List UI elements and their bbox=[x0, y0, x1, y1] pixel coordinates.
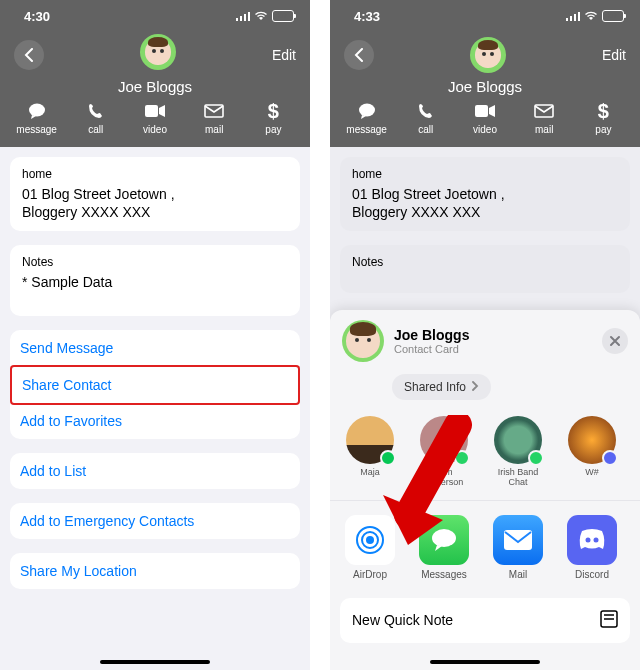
new-quick-note-item[interactable]: New Quick Note bbox=[340, 598, 630, 643]
mail-app[interactable]: Mail bbox=[490, 515, 546, 580]
address-line2: Bloggery XXXX XXX bbox=[22, 203, 288, 221]
message-action[interactable]: message bbox=[340, 101, 393, 135]
left-screenshot: 4:30 87 Edit Joe Bloggs bbox=[0, 0, 310, 670]
address-line1: 01 Blog Street Joetown , bbox=[352, 185, 618, 203]
wifi-icon bbox=[254, 9, 268, 24]
share-location-item[interactable]: Share My Location bbox=[10, 553, 300, 589]
status-time: 4:30 bbox=[24, 9, 50, 24]
actions-list-1: Send Message Share Contact Add to Favori… bbox=[10, 330, 300, 439]
suggested-contacts-row: Maja Tom Anderson Irish Band Chat W# bbox=[330, 400, 640, 501]
status-bar: 4:30 87 bbox=[0, 0, 310, 32]
quick-note-icon bbox=[600, 610, 618, 631]
message-action[interactable]: message bbox=[10, 101, 63, 135]
chevron-right-icon bbox=[472, 380, 479, 394]
close-sheet-button[interactable] bbox=[602, 328, 628, 354]
mail-icon bbox=[204, 101, 224, 121]
video-action[interactable]: video bbox=[128, 101, 181, 135]
address-line1: 01 Blog Street Joetown , bbox=[22, 185, 288, 203]
send-message-item[interactable]: Send Message bbox=[10, 330, 300, 367]
mail-action[interactable]: mail bbox=[518, 101, 571, 135]
notes-label: Notes bbox=[22, 255, 288, 269]
shared-info-button[interactable]: Shared Info bbox=[392, 374, 491, 400]
back-button[interactable] bbox=[344, 40, 374, 70]
svg-point-14 bbox=[366, 536, 374, 544]
home-address-card[interactable]: home 01 Blog Street Joetown , Bloggery X… bbox=[340, 157, 630, 231]
back-button[interactable] bbox=[14, 40, 44, 70]
address-line2: Bloggery XXXX XXX bbox=[352, 203, 618, 221]
discord-app[interactable]: Discord bbox=[564, 515, 620, 580]
sheet-subtitle: Contact Card bbox=[394, 343, 602, 355]
svg-point-17 bbox=[432, 529, 456, 547]
pay-action[interactable]: $pay bbox=[247, 101, 300, 135]
pay-action[interactable]: $pay bbox=[577, 101, 630, 135]
wifi-icon bbox=[584, 9, 598, 24]
notes-card[interactable]: Notes bbox=[340, 245, 630, 293]
suggested-contact[interactable]: Irish Band Chat bbox=[490, 416, 546, 488]
suggested-contact[interactable]: Maja bbox=[342, 416, 398, 488]
video-action[interactable]: video bbox=[458, 101, 511, 135]
home-indicator[interactable] bbox=[100, 660, 210, 664]
video-icon bbox=[474, 101, 496, 121]
svg-point-11 bbox=[359, 104, 375, 117]
phone-icon bbox=[417, 101, 435, 121]
svg-rect-10 bbox=[578, 12, 580, 21]
actions-list-4: Share My Location bbox=[10, 553, 300, 589]
home-address-card[interactable]: home 01 Blog Street Joetown , Bloggery X… bbox=[10, 157, 300, 231]
notes-text: * Sample Data bbox=[22, 273, 288, 291]
home-indicator[interactable] bbox=[430, 660, 540, 664]
messages-icon bbox=[419, 515, 469, 565]
address-label: home bbox=[22, 167, 288, 181]
sheet-avatar bbox=[342, 320, 384, 362]
battery-icon: 87 bbox=[602, 10, 624, 22]
contact-header-region: 4:30 87 Edit Joe Bloggs bbox=[0, 0, 310, 147]
message-icon bbox=[27, 101, 47, 121]
pane-divider bbox=[310, 0, 330, 670]
svg-rect-2 bbox=[244, 14, 246, 21]
share-contact-item[interactable]: Share Contact bbox=[10, 365, 300, 405]
svg-rect-9 bbox=[574, 14, 576, 21]
signal-icon bbox=[236, 9, 250, 24]
notes-card[interactable]: Notes * Sample Data bbox=[10, 245, 300, 315]
svg-rect-0 bbox=[236, 18, 238, 21]
edit-button[interactable]: Edit bbox=[602, 47, 626, 63]
mail-action[interactable]: mail bbox=[188, 101, 241, 135]
suggested-contact[interactable]: Tom Anderson bbox=[416, 416, 472, 488]
contact-avatar[interactable] bbox=[470, 37, 506, 73]
svg-point-19 bbox=[586, 537, 591, 542]
dollar-icon: $ bbox=[598, 101, 609, 121]
contact-name: Joe Bloggs bbox=[330, 78, 640, 95]
add-emergency-item[interactable]: Add to Emergency Contacts bbox=[10, 503, 300, 539]
svg-rect-18 bbox=[504, 530, 532, 550]
share-sheet: Joe Bloggs Contact Card Shared Info Maja… bbox=[330, 310, 640, 670]
svg-rect-8 bbox=[570, 16, 572, 21]
messages-app[interactable]: Messages bbox=[416, 515, 472, 580]
svg-point-4 bbox=[29, 104, 45, 117]
mail-icon bbox=[534, 101, 554, 121]
contact-name: Joe Bloggs bbox=[0, 78, 310, 95]
action-buttons-row: message call video mail $pay bbox=[0, 95, 310, 147]
add-favorites-item[interactable]: Add to Favorites bbox=[10, 403, 300, 439]
call-action[interactable]: call bbox=[69, 101, 122, 135]
action-buttons-row: message call video mail $pay bbox=[330, 95, 640, 147]
phone-icon bbox=[87, 101, 105, 121]
contact-avatar[interactable] bbox=[140, 34, 176, 70]
discord-icon bbox=[567, 515, 617, 565]
suggested-contact[interactable]: W# bbox=[564, 416, 620, 488]
actions-list-2: Add to List bbox=[10, 453, 300, 489]
add-to-list-item[interactable]: Add to List bbox=[10, 453, 300, 489]
airdrop-icon bbox=[345, 515, 395, 565]
signal-icon bbox=[566, 9, 580, 24]
battery-icon: 87 bbox=[272, 10, 294, 22]
airdrop-app[interactable]: AirDrop bbox=[342, 515, 398, 580]
svg-rect-13 bbox=[535, 105, 553, 117]
svg-rect-12 bbox=[475, 105, 488, 117]
svg-rect-5 bbox=[145, 105, 158, 117]
message-icon bbox=[357, 101, 377, 121]
call-action[interactable]: call bbox=[399, 101, 452, 135]
svg-rect-3 bbox=[248, 12, 250, 21]
svg-rect-6 bbox=[205, 105, 223, 117]
svg-rect-1 bbox=[240, 16, 242, 21]
dollar-icon: $ bbox=[268, 101, 279, 121]
edit-button[interactable]: Edit bbox=[272, 47, 296, 63]
address-label: home bbox=[352, 167, 618, 181]
